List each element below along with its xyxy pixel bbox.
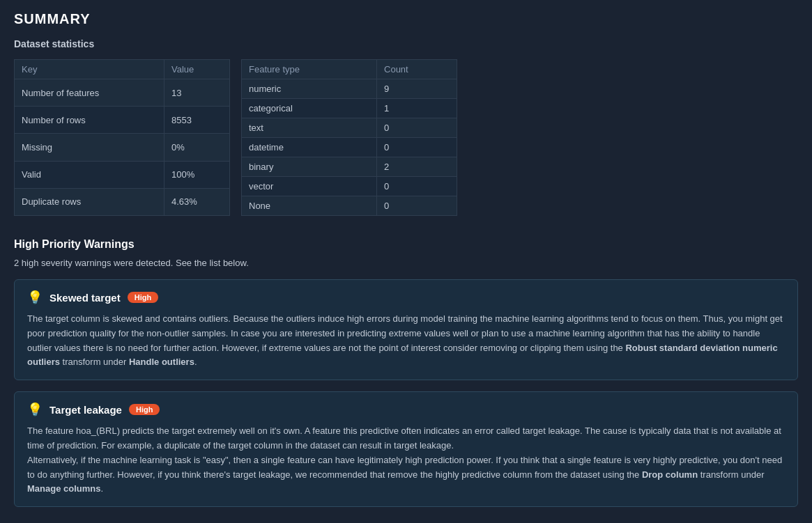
warning-body-leakage: The feature hoa_(BRL) predicts the targe…	[27, 424, 785, 497]
feature-count: 1	[377, 99, 457, 118]
feature-count: 0	[377, 118, 457, 138]
table-row: binary2	[242, 157, 457, 177]
warnings-title: High Priority Warnings	[14, 238, 798, 251]
warning-text-leakage-3: transform under	[698, 469, 764, 480]
table-row: numeric9	[242, 79, 457, 99]
feature-count: 2	[377, 157, 457, 177]
table-row: datetime0	[242, 138, 457, 157]
col-header-key: Key	[15, 60, 164, 79]
feature-count: 0	[377, 138, 457, 157]
dataset-statistics-section: Dataset statistics Key Value Number of f…	[14, 38, 798, 216]
warnings-section: High Priority Warnings 2 high severity w…	[14, 238, 798, 507]
stat-key: Missing	[15, 134, 164, 161]
stat-key: Number of rows	[15, 107, 164, 134]
warning-label-skewed: Skewed target	[49, 292, 121, 304]
warning-text-leakage-1: The feature hoa_(BRL) predicts the targe…	[27, 426, 781, 451]
col-header-feature-type: Feature type	[242, 60, 377, 79]
warning-header-leakage: 💡 Target leakage High	[27, 402, 785, 417]
warning-icon-leakage: 💡	[27, 402, 43, 417]
stats-table-right: Feature type Count numeric9categorical1t…	[241, 59, 457, 216]
feature-type: None	[242, 196, 377, 216]
col-header-value: Value	[164, 60, 229, 79]
table-row: Valid100%	[15, 161, 230, 188]
feature-count: 0	[377, 177, 457, 196]
stat-value: 4.63%	[164, 188, 229, 215]
warning-card-skewed-target: 💡 Skewed target High The target column i…	[14, 279, 798, 380]
warning-bold-skewed-2: Handle outliers	[129, 357, 194, 367]
feature-type: categorical	[242, 99, 377, 118]
stat-value: 0%	[164, 134, 229, 161]
warnings-subtitle: 2 high severity warnings were detected. …	[14, 258, 798, 268]
badge-high-leakage: High	[129, 404, 160, 415]
page-title: SUMMARY	[14, 11, 798, 27]
feature-type: text	[242, 118, 377, 138]
feature-type: datetime	[242, 138, 377, 157]
table-row: Missing0%	[15, 134, 230, 161]
stat-key: Valid	[15, 161, 164, 188]
feature-count: 0	[377, 196, 457, 216]
table-row: Number of features13	[15, 79, 230, 107]
feature-type: numeric	[242, 79, 377, 99]
stat-value: 13	[164, 79, 229, 107]
dataset-stats-container: Key Value Number of features13Number of …	[14, 59, 798, 216]
stat-value: 100%	[164, 161, 229, 188]
stat-value: 8553	[164, 107, 229, 134]
table-row: Duplicate rows4.63%	[15, 188, 230, 215]
warning-body-skewed: The target column is skewed and contains…	[27, 312, 785, 370]
badge-high-skewed: High	[128, 292, 158, 303]
dataset-statistics-title: Dataset statistics	[14, 38, 798, 49]
col-header-count: Count	[377, 60, 457, 79]
feature-type: binary	[242, 157, 377, 177]
stat-key: Duplicate rows	[15, 188, 164, 215]
warning-text-skewed-2: transform under	[60, 357, 129, 367]
warning-header-skewed: 💡 Skewed target High	[27, 290, 785, 305]
warning-icon-skewed: 💡	[27, 290, 43, 305]
warning-card-target-leakage: 💡 Target leakage High The feature hoa_(B…	[14, 391, 798, 507]
warning-bold-leakage-1: Drop column	[642, 469, 698, 480]
stat-key: Number of features	[15, 79, 164, 107]
warning-bold-leakage-2: Manage columns	[27, 483, 100, 494]
feature-count: 9	[377, 79, 457, 99]
table-row: vector0	[242, 177, 457, 196]
warning-label-leakage: Target leakage	[49, 404, 122, 416]
stats-table-left: Key Value Number of features13Number of …	[14, 59, 230, 216]
table-row: None0	[242, 196, 457, 216]
table-row: Number of rows8553	[15, 107, 230, 134]
warning-text-leakage-4: .	[100, 483, 103, 494]
table-row: text0	[242, 118, 457, 138]
feature-type: vector	[242, 177, 377, 196]
warning-text-skewed-3: .	[194, 357, 197, 367]
table-row: categorical1	[242, 99, 457, 118]
